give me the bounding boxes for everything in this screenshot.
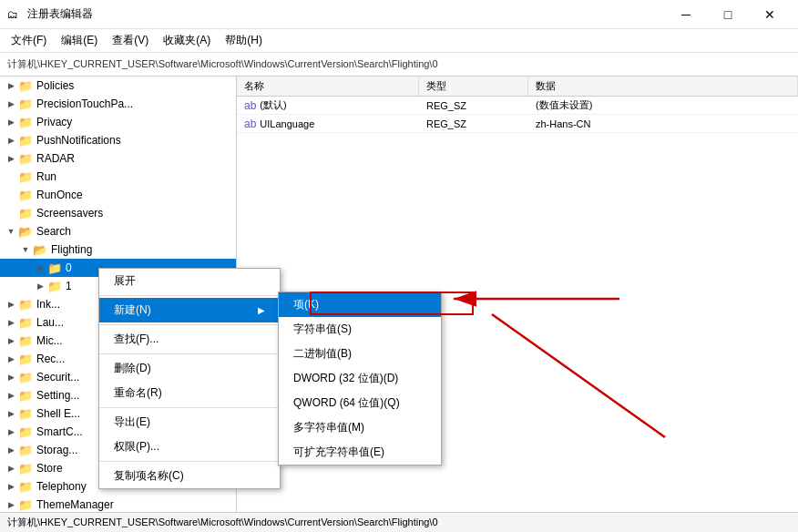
tree-item-search[interactable]: ▼ 📂 Search bbox=[0, 222, 236, 240]
expand-arrow: ▶ bbox=[4, 409, 18, 418]
status-text: 计算机\HKEY_CURRENT_USER\Software\Microsoft… bbox=[7, 516, 438, 529]
folder-icon: 📁 bbox=[18, 334, 33, 348]
tree-label: 0 bbox=[66, 261, 72, 274]
menu-file[interactable]: 文件(F) bbox=[4, 29, 54, 52]
tree-label: Run bbox=[36, 170, 56, 183]
tree-item-rec[interactable]: ▶ 📁 Rec... bbox=[0, 350, 236, 368]
folder-icon: 📁 bbox=[18, 407, 33, 421]
tree-item-0[interactable]: ▶ 📁 0 bbox=[0, 259, 236, 277]
minimize-button[interactable]: ─ bbox=[665, 0, 707, 29]
menu-edit[interactable]: 编辑(E) bbox=[54, 29, 105, 52]
header-type: 类型 bbox=[419, 77, 528, 96]
folder-icon: 📁 bbox=[18, 116, 33, 129]
folder-icon: 📁 bbox=[18, 79, 33, 93]
tree-item-store[interactable]: ▶ 📁 Store bbox=[0, 459, 236, 477]
tree-label: RunOnce bbox=[36, 189, 83, 201]
tree-label: 1 bbox=[66, 280, 72, 292]
folder-icon: 📁 bbox=[18, 371, 33, 384]
tree-label: Rec... bbox=[36, 353, 65, 365]
tree-item-precisiontouchpa[interactable]: ▶ 📁 PrecisionTouchPa... bbox=[0, 95, 236, 113]
address-path: 计算机\HKEY_CURRENT_USER\Software\Microsoft… bbox=[7, 57, 438, 71]
expand-arrow: ▶ bbox=[4, 154, 18, 163]
tree-item-runonce[interactable]: 📁 RunOnce bbox=[0, 186, 236, 204]
folder-icon: 📁 bbox=[18, 498, 33, 512]
folder-icon: 📁 bbox=[18, 353, 33, 366]
maximize-button[interactable]: □ bbox=[707, 0, 749, 29]
menu-help[interactable]: 帮助(H) bbox=[218, 29, 270, 52]
tree-label: Search bbox=[36, 225, 71, 238]
tree-label: Telephony bbox=[36, 480, 87, 493]
app-icon: 🗂 bbox=[7, 7, 22, 22]
tree-label: Privacy bbox=[36, 116, 72, 128]
tree-item-storag[interactable]: ▶ 📁 Storag... bbox=[0, 441, 236, 459]
menu-bar: 文件(F) 编辑(E) 查看(V) 收藏夹(A) 帮助(H) bbox=[0, 29, 798, 53]
tree-item-radar[interactable]: ▶ 📁 RADAR bbox=[0, 149, 236, 168]
tree-item-privacy[interactable]: ▶ 📁 Privacy bbox=[0, 113, 236, 131]
tree-item-1[interactable]: ▶ 📁 1 bbox=[0, 277, 236, 295]
tree-label: Flighting bbox=[51, 243, 92, 256]
tree-item-lau[interactable]: ▶ 📁 Lau... bbox=[0, 313, 236, 332]
folder-icon: 📁 bbox=[18, 97, 33, 111]
expand-arrow: ▶ bbox=[4, 391, 18, 400]
tree-item-setting[interactable]: ▶ 📁 Setting... bbox=[0, 386, 236, 404]
reg-data-default: (数值未设置) bbox=[528, 97, 798, 114]
reg-name-uilanguage: ab UILanguage bbox=[237, 115, 419, 132]
tree-item-securit[interactable]: ▶ 📁 Securit... bbox=[0, 368, 236, 386]
tree-item-run[interactable]: 📁 Run bbox=[0, 168, 236, 186]
expand-arrow: ▶ bbox=[4, 373, 18, 382]
expand-arrow: ▼ bbox=[4, 227, 18, 236]
folder-icon: 📂 bbox=[33, 243, 47, 257]
close-button[interactable]: ✕ bbox=[749, 0, 791, 29]
tree-label: Mic... bbox=[36, 334, 63, 347]
reg-name-default: ab (默认) bbox=[237, 97, 419, 114]
folder-icon: 📂 bbox=[18, 225, 33, 239]
tree-label: ThemeManager bbox=[36, 498, 114, 511]
folder-icon: 📁 bbox=[18, 389, 33, 403]
tree-item-pushnotifications[interactable]: ▶ 📁 PushNotifications bbox=[0, 131, 236, 149]
tree-item-shell[interactable]: ▶ 📁 Shell E... bbox=[0, 404, 236, 423]
folder-icon: 📁 bbox=[18, 480, 33, 494]
tree-label: Store bbox=[36, 462, 63, 475]
tree-item-smartc[interactable]: ▶ 📁 SmartC... bbox=[0, 423, 236, 441]
column-headers: 名称 类型 数据 bbox=[237, 77, 798, 97]
tree-item-flighting[interactable]: ▼ 📂 Flighting bbox=[0, 240, 236, 259]
expand-arrow: ▶ bbox=[33, 263, 47, 272]
window-controls: ─ □ ✕ bbox=[665, 0, 791, 29]
expand-arrow: ▶ bbox=[4, 445, 18, 455]
tree-label: SmartC... bbox=[36, 425, 83, 438]
header-name: 名称 bbox=[237, 77, 419, 96]
tree-label: Ink... bbox=[36, 298, 60, 311]
expand-arrow: ▶ bbox=[4, 300, 18, 309]
tree-label: PushNotifications bbox=[36, 134, 121, 147]
folder-icon: 📁 bbox=[18, 170, 33, 184]
address-bar: 计算机\HKEY_CURRENT_USER\Software\Microsoft… bbox=[0, 53, 798, 77]
folder-icon: 📁 bbox=[18, 444, 33, 457]
menu-favorites[interactable]: 收藏夹(A) bbox=[156, 29, 218, 52]
reg-data-uilanguage: zh-Hans-CN bbox=[528, 115, 798, 132]
folder-icon: 📁 bbox=[47, 261, 62, 275]
expand-arrow: ▶ bbox=[4, 500, 18, 509]
expand-arrow: ▶ bbox=[4, 81, 18, 90]
tree-panel: ▶ 📁 Policies ▶ 📁 PrecisionTouchPa... ▶ 📁… bbox=[0, 77, 237, 512]
tree-item-telephony[interactable]: ▶ 📁 Telephony bbox=[0, 477, 236, 496]
reg-icon: ab bbox=[244, 118, 256, 130]
expand-arrow: ▶ bbox=[4, 482, 18, 491]
tree-item-mic[interactable]: ▶ 📁 Mic... bbox=[0, 332, 236, 350]
reg-row-uilanguage[interactable]: ab UILanguage REG_SZ zh-Hans-CN bbox=[237, 115, 798, 133]
tree-label: Setting... bbox=[36, 389, 79, 402]
tree-label: Policies bbox=[36, 79, 74, 92]
folder-icon: 📁 bbox=[18, 189, 33, 202]
tree-item-policies[interactable]: ▶ 📁 Policies bbox=[0, 77, 236, 95]
tree-item-screensavers[interactable]: 📁 Screensavers bbox=[0, 204, 236, 222]
expand-arrow: ▶ bbox=[4, 336, 18, 345]
tree-item-thememanager[interactable]: ▶ 📁 ThemeManager bbox=[0, 496, 236, 512]
expand-arrow: ▶ bbox=[4, 99, 18, 108]
folder-icon: 📁 bbox=[18, 152, 33, 166]
tree-item-ink[interactable]: ▶ 📁 Ink... bbox=[0, 295, 236, 313]
expand-arrow: ▶ bbox=[4, 136, 18, 145]
menu-view[interactable]: 查看(V) bbox=[105, 29, 156, 52]
title-bar: 🗂 注册表编辑器 ─ □ ✕ bbox=[0, 0, 798, 29]
folder-icon: 📁 bbox=[47, 280, 62, 293]
reg-row-default[interactable]: ab (默认) REG_SZ (数值未设置) bbox=[237, 97, 798, 115]
tree-label: Shell E... bbox=[36, 407, 80, 420]
